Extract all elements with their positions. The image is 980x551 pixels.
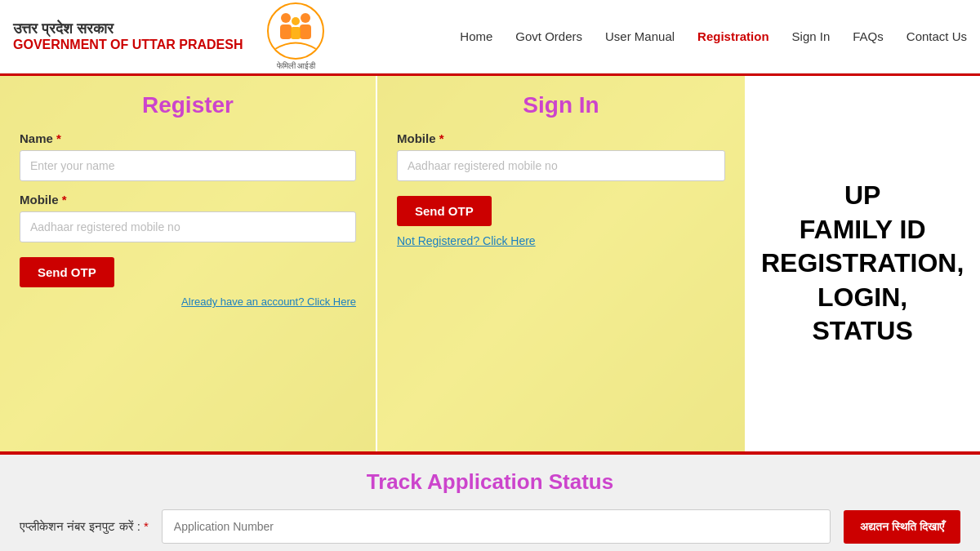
register-mobile-label: Mobile * — [20, 193, 356, 207]
nav-faqs[interactable]: FAQs — [853, 29, 884, 43]
info-text: UP FAMILY ID REGISTRATION, LOGIN, STATUS — [761, 179, 964, 349]
nav-registration[interactable]: Registration — [697, 29, 769, 43]
signin-title: Sign In — [397, 92, 725, 118]
register-mobile-input[interactable] — [20, 211, 356, 242]
track-status-button[interactable]: अद्यतन स्थिति दिखाएँ — [844, 510, 960, 544]
already-account-link[interactable]: Already have an account? Click Here — [20, 295, 356, 308]
header: उत्तर प्रदेश सरकार GOVERNMENT OF UTTAR P… — [0, 0, 980, 73]
name-label: Name * — [20, 131, 356, 145]
track-section: Track Application Status एप्लीकेशन नंबर … — [0, 451, 980, 551]
svg-point-2 — [301, 13, 310, 23]
signin-mobile-input[interactable] — [397, 150, 725, 181]
hindi-title: उत्तर प्रदेश सरकार — [13, 20, 243, 38]
signin-mobile-form-group: Mobile * — [397, 131, 725, 181]
main-nav: Home Govt Orders User Manual Registratio… — [349, 29, 967, 43]
register-mobile-form-group: Mobile * — [20, 193, 356, 242]
not-registered-link[interactable]: Not Registered? Click Here — [397, 234, 725, 247]
register-panel: Register Name * Mobile * Send OTP Alread… — [0, 76, 376, 451]
signin-mobile-label: Mobile * — [397, 131, 725, 145]
logo-image: फेमिली आईडी — [267, 2, 324, 71]
svg-point-0 — [281, 13, 291, 23]
signin-panel: Sign In Mobile * Send OTP Not Registered… — [377, 76, 745, 451]
nav-home[interactable]: Home — [460, 29, 492, 43]
register-send-otp-button[interactable]: Send OTP — [20, 257, 114, 287]
register-title: Register — [20, 92, 356, 118]
svg-rect-3 — [300, 24, 311, 39]
family-id-logo — [267, 2, 324, 60]
nav-govt-orders[interactable]: Govt Orders — [515, 29, 582, 43]
info-panel: UP FAMILY ID REGISTRATION, LOGIN, STATUS — [745, 76, 980, 451]
track-form: एप्लीकेशन नंबर इनपुट करें : * अद्यतन स्थ… — [20, 509, 960, 544]
logo-tagline: फेमिली आईडी — [267, 61, 324, 71]
eng-title: GOVERNMENT OF UTTAR PRADESH — [13, 38, 243, 52]
nav-user-manual[interactable]: User Manual — [605, 29, 675, 43]
svg-rect-1 — [280, 24, 292, 39]
svg-point-4 — [292, 17, 300, 25]
nav-sign-in[interactable]: Sign In — [792, 29, 831, 43]
track-title: Track Application Status — [20, 469, 960, 495]
logo-text: उत्तर प्रदेश सरकार GOVERNMENT OF UTTAR P… — [13, 20, 243, 52]
application-number-input[interactable] — [162, 509, 831, 544]
name-input[interactable] — [20, 150, 356, 181]
main-content: Register Name * Mobile * Send OTP Alread… — [0, 76, 980, 451]
name-form-group: Name * — [20, 131, 356, 181]
signin-send-otp-button[interactable]: Send OTP — [397, 196, 492, 226]
svg-rect-5 — [291, 27, 301, 39]
track-label: एप्लीकेशन नंबर इनपुट करें : * — [20, 519, 149, 534]
nav-contact-us[interactable]: Contact Us — [906, 29, 967, 43]
